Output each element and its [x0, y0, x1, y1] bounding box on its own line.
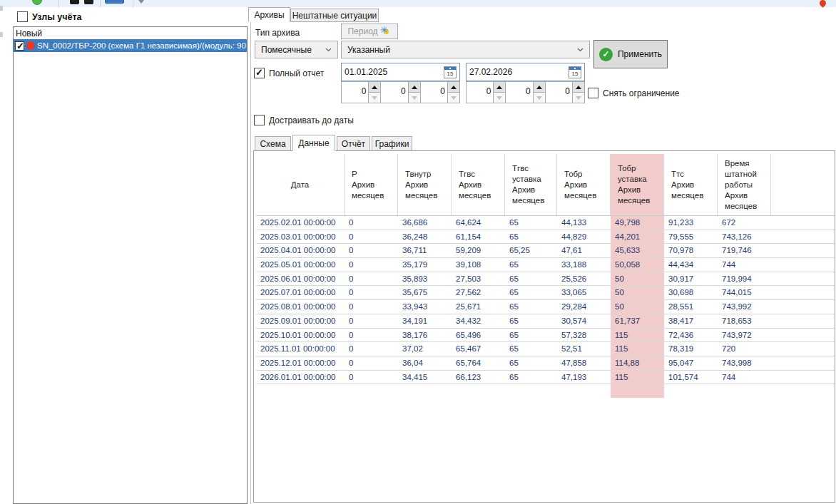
- column-header-filler: [771, 154, 835, 215]
- nodes-root-row[interactable]: Узлы учёта: [17, 11, 82, 22]
- tab-data[interactable]: Данные: [292, 135, 335, 151]
- calendar-icon[interactable]: 15: [444, 66, 457, 78]
- node-item-selected[interactable]: SN_0002/ТБР-200 (схема Г1 независимая)/(…: [14, 39, 247, 52]
- table-cell: 79,555: [664, 230, 718, 244]
- spin-up-button[interactable]: [573, 82, 584, 93]
- time-spinners-from[interactable]: 0 0 0: [341, 81, 460, 103]
- spin-up-button[interactable]: [369, 82, 380, 93]
- tab-emergencies[interactable]: Нештатные ситуации: [290, 9, 379, 22]
- column-header[interactable]: Тобр уставка Архив месяцев: [611, 154, 664, 215]
- chevron-down-icon: [325, 48, 332, 52]
- splitter-grip[interactable]: [0, 32, 3, 37]
- column-header[interactable]: Дата: [256, 154, 345, 215]
- node-checkbox[interactable]: [15, 41, 24, 51]
- spin-up-button[interactable]: [494, 82, 505, 93]
- archive-data-table[interactable]: ДатаР Архив месяцевТвнутр Архив месяцевТ…: [256, 154, 835, 384]
- date-from-field[interactable]: 01.01.2025 15: [341, 63, 460, 81]
- full-report-row[interactable]: Полный отчет: [254, 68, 324, 78]
- dropdown-chevron-icon[interactable]: [138, 0, 144, 4]
- archive-type-select[interactable]: Помесячные: [255, 41, 338, 58]
- toolbar-separator: [58, 0, 59, 7]
- table-cell: 115: [611, 342, 664, 356]
- spin-down-button[interactable]: [448, 93, 459, 103]
- table-row[interactable]: 2025.12.01 00:00:00036,0465,7646547,8581…: [256, 356, 835, 371]
- app-icon-2[interactable]: [84, 0, 93, 4]
- table-row[interactable]: 2025.03.01 00:00:00036,24861,1546544,829…: [256, 230, 835, 245]
- spinner-value[interactable]: 0: [381, 82, 407, 103]
- table-cell: 25,671: [452, 300, 505, 314]
- column-header[interactable]: Тгвс Архив месяцев: [452, 154, 505, 215]
- spinner-value[interactable]: 0: [467, 82, 493, 103]
- table-row[interactable]: 2025.07.01 00:00:00035,67527,5626533,065…: [256, 286, 835, 300]
- table-cell: 718,653: [718, 314, 771, 328]
- tab-report[interactable]: Отчёт: [337, 136, 370, 151]
- table-row[interactable]: 2025.11.01 00:00:00037,0265,4676552,5111…: [256, 342, 835, 356]
- period-select[interactable]: Указанный: [341, 41, 590, 58]
- apply-button[interactable]: ✓ Применить: [593, 40, 668, 68]
- spin-up-button[interactable]: [534, 82, 545, 93]
- column-header[interactable]: Ттс Архив месяцев: [664, 154, 718, 215]
- table-row[interactable]: 2026.01.01 00:00:00034,41566,1236547,193…: [256, 371, 835, 385]
- spin-down-button[interactable]: [409, 93, 420, 103]
- date-to-field[interactable]: 27.02.2026 15: [466, 63, 585, 81]
- table-row[interactable]: 2025.08.01 00:00:00033,94325,6716529,284…: [256, 300, 835, 314]
- period-button[interactable]: Период ✳: [341, 24, 398, 39]
- spinner-value[interactable]: 0: [421, 82, 447, 103]
- date-cell: 2025.07.01 00:00:00: [256, 286, 345, 299]
- extend-to-date-checkbox[interactable]: [254, 115, 265, 125]
- spinner[interactable]: 0: [545, 82, 584, 103]
- spin-up-button[interactable]: [409, 82, 420, 93]
- remove-limit-row[interactable]: Снять ограничение: [588, 88, 680, 98]
- full-report-checkbox[interactable]: [254, 68, 265, 78]
- table-row[interactable]: 2025.06.01 00:00:00035,89327,5036525,526…: [256, 272, 835, 287]
- spinner-value[interactable]: 0: [546, 82, 572, 103]
- nodes-root-checkbox[interactable]: [17, 11, 28, 22]
- spin-up-button[interactable]: [448, 82, 459, 93]
- table-cell: 61,154: [452, 230, 505, 244]
- time-spinners-to[interactable]: 0 0 0: [466, 81, 585, 103]
- nodes-root-label: Узлы учёта: [32, 12, 82, 22]
- spin-down-button[interactable]: [494, 93, 505, 103]
- nodes-list[interactable]: Новый SN_0002/ТБР-200 (схема Г1 независи…: [13, 26, 248, 504]
- spinner[interactable]: 0: [342, 82, 380, 103]
- table-row[interactable]: 2025.02.01 00:00:00036,68664,6246544,133…: [256, 216, 835, 230]
- tab-schema[interactable]: Схема: [255, 136, 291, 151]
- tab-graphs[interactable]: Графики: [372, 136, 412, 151]
- column-header[interactable]: Тобр Архив месяцев: [557, 154, 611, 215]
- column-header[interactable]: Р Архив месяцев: [345, 154, 398, 215]
- spin-down-button[interactable]: [534, 93, 545, 103]
- table-row[interactable]: 2025.04.01 00:00:00036,71159,20965,2547,…: [256, 244, 835, 258]
- spinner[interactable]: 0: [380, 82, 419, 103]
- column-header[interactable]: Тгвс уставка Архив месяцев: [505, 154, 557, 215]
- table-row[interactable]: 2025.09.01 00:00:00034,19134,4326530,574…: [256, 314, 835, 329]
- column-header[interactable]: Твнутр Архив месяцев: [398, 154, 452, 215]
- tab-archives[interactable]: Архивы: [248, 7, 290, 22]
- table-row[interactable]: 2025.10.01 00:00:00038,17665,4966557,328…: [256, 329, 835, 343]
- table-cell: 65: [505, 356, 557, 370]
- calendar-icon[interactable]: 15: [569, 66, 581, 78]
- table-cell: 744: [718, 371, 771, 384]
- spinner[interactable]: 0: [420, 82, 459, 103]
- panel-splitter[interactable]: [250, 7, 251, 504]
- tab-schema-label: Схема: [260, 139, 285, 149]
- table-row[interactable]: 2025.05.01 00:00:00035,17939,1086533,188…: [256, 258, 835, 272]
- date-cell: 2026.01.01 00:00:00: [256, 371, 345, 384]
- app-icon-1[interactable]: [70, 0, 79, 4]
- spin-down-button[interactable]: [369, 93, 380, 103]
- spinner-value[interactable]: 0: [342, 82, 368, 103]
- toolbar-strip: [0, 0, 836, 7]
- extend-to-date-row[interactable]: Достраивать до даты: [254, 115, 354, 125]
- node-group-label[interactable]: Новый: [14, 27, 247, 39]
- spinner[interactable]: 0: [467, 82, 505, 103]
- table-cell: 35,179: [398, 258, 452, 272]
- data-table-panel: ДатаР Архив месяцевТвнутр Архив месяцевТ…: [253, 150, 835, 503]
- column-header[interactable]: Время штатной работы Архив месяцев: [718, 154, 771, 215]
- device-blue-icon[interactable]: [105, 0, 124, 4]
- spinner[interactable]: 0: [505, 82, 544, 103]
- table-cell: 65: [505, 230, 557, 244]
- table-cell: 59,209: [452, 244, 505, 257]
- remove-limit-checkbox[interactable]: [588, 88, 598, 98]
- spin-down-button[interactable]: [573, 93, 584, 103]
- spinner-value[interactable]: 0: [506, 82, 532, 103]
- splitter-grip[interactable]: [0, 6, 3, 11]
